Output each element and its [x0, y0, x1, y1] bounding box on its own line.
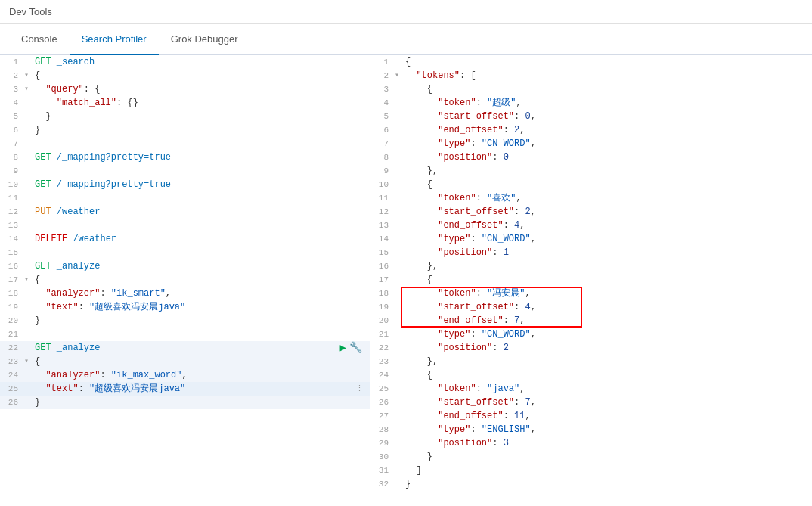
tab-search-profiler[interactable]: Search Profiler: [70, 24, 159, 55]
code-content: GET _search: [35, 55, 367, 69]
fold-arrow: [24, 123, 35, 137]
line-number: 6: [373, 123, 395, 137]
fold-arrow: [24, 259, 35, 273]
fold-arrow: [395, 246, 405, 259]
line-number: 5: [3, 110, 24, 123]
code-content: {: [35, 273, 367, 287]
line-number: 15: [3, 246, 24, 259]
line-actions: ▶🔧: [340, 341, 367, 355]
fold-arrow: [24, 96, 35, 110]
fold-arrow: [395, 82, 405, 96]
code-content: "end_offset": 4,: [405, 219, 809, 232]
code-content: "start_offset": 0,: [405, 110, 809, 123]
line-number: 25: [3, 382, 24, 396]
code-content: GET /_mapping?pretty=true: [35, 151, 367, 164]
fold-arrow[interactable]: ▾: [24, 82, 35, 96]
line-number: 16: [373, 259, 395, 273]
line-number: 13: [3, 219, 24, 232]
right-line-13: 13 "end_offset": 4,: [370, 219, 812, 232]
fold-arrow: [24, 164, 35, 178]
fold-arrow: [395, 477, 405, 491]
fold-arrow: [395, 436, 405, 450]
line-number: 14: [3, 232, 24, 246]
line-number: 23: [3, 355, 24, 368]
line-number: 22: [3, 341, 24, 355]
code-content: "position": 1: [405, 246, 809, 259]
code-content: },: [405, 355, 809, 368]
right-line-11: 11 "token": "喜欢",: [370, 191, 812, 205]
line-number: 27: [373, 409, 395, 423]
left-line-13: 13: [0, 219, 370, 232]
left-line-18: 18 "analyzer": "ik_smart",: [0, 287, 370, 300]
left-line-3: 3▾ "query": {: [0, 82, 370, 96]
line-number: 15: [373, 246, 395, 259]
title-bar: Dev Tools: [0, 0, 812, 24]
left-line-15: 15: [0, 246, 370, 259]
fold-arrow: [395, 314, 405, 328]
line-number: 10: [3, 178, 24, 191]
fold-arrow[interactable]: ▾: [24, 273, 35, 287]
code-content: {: [405, 178, 809, 191]
code-content: "text": "超级喜欢冯安晨java": [35, 382, 355, 396]
right-line-15: 15 "position": 1: [370, 246, 812, 259]
line-number: 2: [3, 69, 24, 82]
left-line-12: 12 PUT /weather: [0, 205, 370, 219]
main-content: 1 GET _search2▾{3▾ "query": {4 "match_al…: [0, 55, 812, 504]
left-panel: 1 GET _search2▾{3▾ "query": {4 "match_al…: [0, 55, 370, 504]
right-line-26: 26 "start_offset": 7,: [370, 396, 812, 409]
line-number: 26: [3, 396, 24, 409]
fold-arrow: [24, 191, 35, 205]
left-line-5: 5 }: [0, 110, 370, 123]
tabs-bar: Console Search Profiler Grok Debugger: [0, 24, 812, 55]
right-line-30: 30 }: [370, 450, 812, 464]
right-line-21: 21 "type": "CN_WORD",: [370, 328, 812, 341]
fold-arrow: [24, 137, 35, 151]
line-number: 12: [3, 205, 24, 219]
fold-arrow: [24, 328, 35, 341]
fold-arrow: [395, 423, 405, 436]
fold-arrow: [395, 123, 405, 137]
code-content: "position": 0: [405, 151, 809, 164]
code-content: {: [405, 368, 809, 382]
line-number: 7: [373, 137, 395, 151]
code-content: "token": "超级",: [405, 96, 809, 110]
left-line-7: 7: [0, 137, 370, 151]
fold-arrow[interactable]: ▾: [24, 69, 35, 82]
fold-arrow: [395, 300, 405, 314]
line-number: 1: [373, 55, 395, 69]
line-number: 6: [3, 123, 24, 137]
wrench-button[interactable]: 🔧: [349, 341, 362, 355]
line-number: 17: [373, 273, 395, 287]
tab-grok-debugger[interactable]: Grok Debugger: [159, 24, 250, 55]
fold-arrow: [395, 110, 405, 123]
line-number: 9: [3, 164, 24, 178]
code-content: ]: [405, 464, 809, 477]
line-number: 2: [373, 69, 395, 82]
right-line-16: 16 },: [370, 259, 812, 273]
right-line-32: 32 }: [370, 477, 812, 491]
tab-console[interactable]: Console: [9, 24, 70, 55]
fold-arrow: [395, 328, 405, 341]
right-panel: 1 {2▾ "tokens": [3 {4 "token": "超级",5 "s…: [370, 55, 812, 504]
left-line-14: 14 DELETE /weather: [0, 232, 370, 246]
code-content: DELETE /weather: [35, 232, 367, 246]
code-content: GET _analyze: [35, 341, 340, 355]
fold-arrow: [395, 409, 405, 423]
line-number: 22: [373, 341, 395, 355]
left-line-23: 23▾{: [0, 355, 370, 368]
code-content: "start_offset": 7,: [405, 396, 809, 409]
fold-arrow: [395, 191, 405, 205]
right-line-6: 6 "end_offset": 2,: [370, 123, 812, 137]
left-line-25: 25 "text": "超级喜欢冯安晨java"⋮: [0, 382, 370, 396]
code-content: "query": {: [35, 82, 367, 96]
line-number: 1: [3, 55, 24, 69]
fold-arrow[interactable]: ▾: [24, 355, 35, 368]
code-content: "position": 2: [405, 341, 809, 355]
code-content: {: [35, 355, 367, 368]
line-number: 19: [3, 300, 24, 314]
line-number: 11: [373, 191, 395, 205]
run-button[interactable]: ▶: [340, 341, 346, 355]
right-line-18: 18 "token": "冯安晨",: [370, 287, 812, 300]
fold-arrow[interactable]: ▾: [395, 69, 405, 82]
code-content: "analyzer": "ik_smart",: [35, 287, 367, 300]
